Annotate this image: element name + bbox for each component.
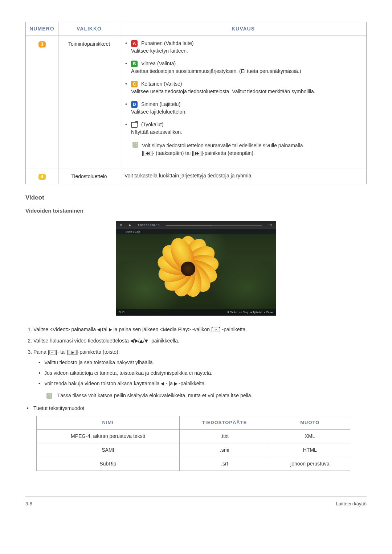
player-controls: ⏸ Tauko ◀▶ Siirry ▭ Työkalut ↺ Palaa [227,311,273,315]
yellow-desc: Valitsee useita tiedostoja tiedostoluett… [131,89,315,94]
red-label: Punainen (Vaihda laite) [141,40,194,46]
fmt-th-name: NIMI [37,416,180,430]
tools-desc: Näyttää asetusvalikon. [131,129,182,135]
left-arrow-icon [130,339,134,343]
footer-page-num: 3-6 [25,500,32,508]
function-table: NUMERO VALIKKO KUVAUS 3 Toimintopainikke… [25,22,367,184]
fmt-th-ext: TIEDOSTOPÄÄTE [179,416,270,430]
video-player-screenshot: ⚙ ▶ 1:02:15 / 2:04.10 1/1 Movie 01.avi S… [116,221,276,316]
supported-label: Tuetut tekstitysmuodot [27,405,367,412]
game-mode-note: Tässä tilassa voit katsoa peliin sisälty… [46,392,367,399]
return-ctrl: ↺ Palaa [264,311,273,313]
playback-steps: Valitse <Videot> painamalla tai ja paina… [33,326,367,399]
step-3-sub2: Jos videon aikatietoja ei tunneta, toist… [38,369,367,377]
supported-formats-bullet: Tuetut tekstitysmuodot [27,405,367,412]
step-1: Valitse <Videot> painamalla tai ja paina… [33,326,367,333]
right-arrow-icon [174,382,177,386]
player-top-bar: ⚙ ▶ 1:02:15 / 2:04.10 1/1 [116,221,276,229]
yellow-c-icon: C [131,81,138,87]
badge-3-icon: 3 [38,41,46,48]
step-3-sub1: Valittu tiedosto ja sen toistoaika näkyv… [38,359,367,366]
th-kuvaus: KUVAUS [120,22,367,36]
table-row-4: 4 Tiedostoluettelo Voit tarkastella luok… [26,168,367,184]
yellow-label: Keltainen (Valitse) [141,81,182,87]
step-3-sub3: Voit tehdä hakuja videon toiston aikana … [38,380,367,387]
fmt-row: SAMI .smi HTML [37,443,350,457]
player-filename: Movie 01.avi [116,229,276,234]
blue-label: Sininen (Lajittelu) [141,101,180,107]
page-footer: 3-6 Laitteen käyttö [25,496,367,508]
th-numero: NUMERO [26,22,58,36]
left-arrow-icon [97,328,101,332]
blue-desc: Valitsee lajitteluluettelon. [131,109,187,115]
row4-menu: Tiedostoluettelo [58,168,120,184]
row4-desc: Voit tarkastella luokittain järjestettyj… [120,168,367,184]
fmt-row: SubRip .srt jonoon perustuva [37,457,350,471]
up-arrow-icon [139,340,143,343]
green-b-icon: B [131,61,138,67]
th-valikko: VALIKKO [58,22,120,36]
red-desc: Valitsee kytketyn laitteen. [131,48,188,54]
progress-bar [166,225,262,226]
page-nav-note: Voit siirtyä tiedostoluettelon seuraaval… [131,140,362,159]
fmt-th-format: MUOTO [270,416,350,430]
row3-menu: Toimintopainikkeet [58,36,120,168]
green-desc: Asettaa tiedostojen suosituimmuusjärjest… [131,68,301,74]
tools-icon [131,122,138,128]
row3-desc: A Punainen (Vaihda laite) Valitsee kytke… [120,36,367,168]
subtitle-formats-table: NIMI TIEDOSTOPÄÄTE MUOTO MPEG-4, aikaan … [36,416,350,471]
player-page: 1/1 [268,223,272,227]
step-2: Valitse haluamasi video tiedostoluettelo… [33,337,367,345]
reel-icon: ⚙ [120,223,122,227]
rewind-icon [143,151,151,156]
player-time: 1:02:15 / 2:04.10 [138,223,159,227]
play-button-icon [69,350,77,355]
player-bottom-bar: SUC ⏸ Tauko ◀▶ Siirry ▭ Työkalut ↺ Palaa [116,309,276,316]
enter-icon [213,328,219,332]
note-text-b2: ]-painiketta (eteenpäin). [201,150,255,156]
note-icon [132,142,138,148]
heading-playback: Videoiden toistaminen [25,207,367,215]
fmt-row: MPEG-4, aikaan perustuva teksti .ttxt XM… [37,429,350,443]
red-a-icon: A [131,40,138,47]
enter-icon [49,350,56,354]
table-row-3: 3 Toimintopainikkeet A Punainen (Vaihda … [26,36,367,168]
play-indicator-icon: ▶ [129,223,131,227]
player-left-label: SUC [119,311,124,315]
tools-label: (Työkalut) [141,122,163,127]
heading-videos: Videot [25,193,367,202]
tools-ctrl: ▭ Työkalut [250,311,262,313]
move-ctrl: ◀▶ Siirry [239,311,249,313]
right-arrow-icon [135,339,138,343]
blue-d-icon: D [131,101,138,108]
down-arrow-icon [144,340,148,343]
forward-icon [193,151,201,156]
right-arrow-icon [109,328,112,332]
note-icon [46,393,52,399]
badge-4-icon: 4 [38,174,46,180]
step-3: Paina []- tai []-painiketta (toisto). Va… [33,348,367,399]
note-text-b1: ]- (taaksepäin) tai [ [151,150,193,156]
note-text-a: Voit siirtyä tiedostoluettelon seuraaval… [142,143,303,148]
pause-ctrl: ⏸ Tauko [227,311,237,313]
left-arrow-icon [161,382,164,386]
footer-section: Laitteen käyttö [336,500,367,508]
green-label: Vihreä (Valinta) [141,61,176,66]
